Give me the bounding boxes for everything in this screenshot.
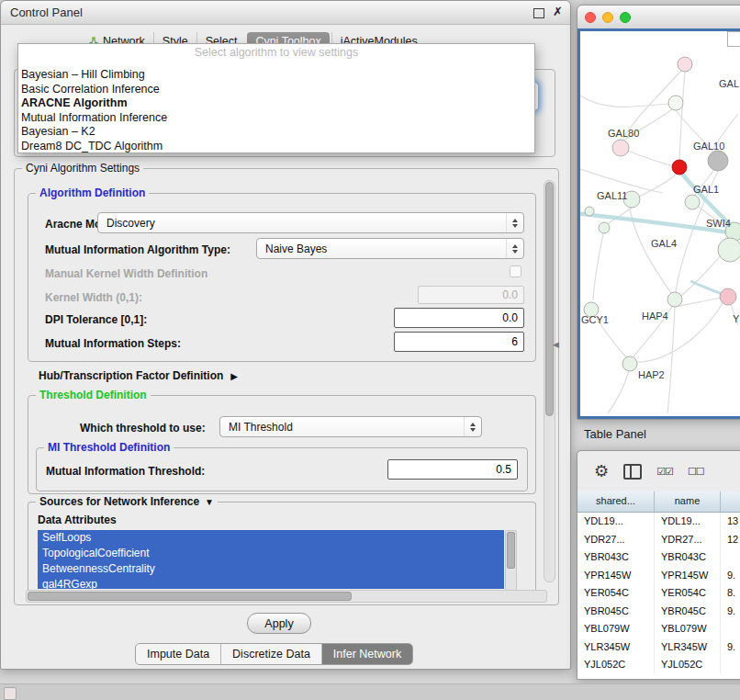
- table-row[interactable]: YBL079W YBL079W: [577, 620, 740, 638]
- window-title: Control Panel: [1, 6, 83, 19]
- network-node[interactable]: [678, 57, 692, 72]
- table-row[interactable]: YLR345W YLR345W 9.: [577, 638, 740, 657]
- zoom-traffic-light[interactable]: [620, 12, 631, 23]
- cell: 8.: [721, 584, 740, 603]
- table-row[interactable]: YJL052C YJL052C: [577, 656, 740, 674]
- mi-type-combo[interactable]: Naive Bayes: [256, 238, 524, 259]
- scrollbar-thumb[interactable]: [545, 182, 554, 416]
- mi-steps-field[interactable]: [394, 332, 524, 352]
- table-row[interactable]: YPR145W YPR145W 9.: [577, 567, 740, 585]
- attribute-item-selected[interactable]: TopologicalCoefficient: [38, 546, 504, 561]
- settings-vertical-scrollbar[interactable]: [544, 180, 555, 582]
- kernel-width-field[interactable]: [418, 286, 524, 304]
- network-node[interactable]: [585, 207, 594, 216]
- cell: 12: [721, 531, 740, 549]
- dpi-tolerance-label: DPI Tolerance [0,1]:: [45, 313, 147, 327]
- aracne-mode-combo[interactable]: Discovery: [97, 212, 524, 233]
- network-node[interactable]: [672, 160, 687, 175]
- gear-icon[interactable]: ⚙: [594, 463, 609, 480]
- node-label: HAP4: [642, 310, 668, 322]
- dropdown-option[interactable]: Mutual Information Inference: [18, 111, 534, 126]
- combo-arrows-icon: [506, 239, 523, 258]
- network-node[interactable]: [720, 288, 736, 305]
- sources-title: Sources for Network Inference: [39, 495, 199, 508]
- mi-type-label: Mutual Information Algorithm Type:: [45, 243, 230, 257]
- cell: 9.: [721, 638, 740, 657]
- node-label: GAL4: [651, 238, 677, 249]
- table-row[interactable]: YDR27... YDR27... 12: [577, 531, 740, 549]
- close-traffic-light[interactable]: [585, 12, 596, 23]
- table-toolbar: ⚙ ☑☑ ☐☐: [577, 451, 740, 492]
- scrollbar-thumb[interactable]: [507, 532, 515, 569]
- network-node[interactable]: [708, 151, 728, 171]
- close-icon[interactable]: ✗: [553, 6, 563, 18]
- mi-threshold-field[interactable]: [387, 459, 518, 480]
- network-canvas[interactable]: GAL80 GAL10 GAL11 GAL1 SWI4 GAL4 GCY1 HA…: [580, 31, 740, 413]
- table-row[interactable]: YBR043C YBR043C: [577, 548, 740, 567]
- attribute-item-selected[interactable]: gal4RGexp: [38, 577, 504, 589]
- which-threshold-label: Which threshold to use:: [80, 422, 206, 435]
- tab-infer-network[interactable]: Infer Network: [321, 644, 412, 664]
- table-row[interactable]: YBR045C YBR045C 9.: [577, 603, 740, 621]
- table-header-row: shared... name: [577, 491, 740, 513]
- column-header[interactable]: name: [655, 491, 721, 512]
- network-node[interactable]: [668, 96, 683, 110]
- network-node[interactable]: [622, 356, 637, 371]
- settings-horizontal-scrollbar[interactable]: [26, 590, 547, 603]
- network-node[interactable]: [599, 222, 610, 233]
- table-row[interactable]: YDL19... YDL19... 13: [577, 513, 740, 531]
- attribute-list-vertical-scrollbar[interactable]: [505, 530, 517, 591]
- hub-definition-label: Hub/Transcription Factor Definition: [39, 369, 223, 383]
- dropdown-option[interactable]: Bayesian – K2: [18, 125, 534, 140]
- manual-kernel-checkbox[interactable]: [510, 265, 521, 277]
- dpi-tolerance-field[interactable]: [394, 308, 524, 328]
- network-window-titlebar[interactable]: [577, 6, 740, 29]
- combo-value: MI Threshold: [229, 421, 293, 434]
- mi-threshold-label: Mutual Information Threshold:: [46, 465, 205, 479]
- network-view-window: GAL80 GAL10 GAL11 GAL1 SWI4 GAL4 GCY1 HA…: [577, 5, 740, 420]
- network-node[interactable]: [667, 292, 682, 307]
- group-title: Algorithm Definition: [36, 186, 149, 199]
- dropdown-option-selected[interactable]: ARACNE Algorithm: [18, 96, 534, 111]
- sources-expander[interactable]: Sources for Network Inference ▼: [36, 495, 218, 508]
- cell: YDL19...: [655, 513, 721, 531]
- dropdown-option[interactable]: Bayesian – Hill Climbing: [18, 68, 534, 83]
- which-threshold-combo[interactable]: MI Threshold: [219, 416, 482, 437]
- column-header[interactable]: shared...: [577, 491, 655, 512]
- network-node[interactable]: [718, 238, 740, 262]
- bottom-tab-bar: Impute Data Discretize Data Infer Networ…: [135, 643, 413, 665]
- node-label: GAL1: [693, 184, 719, 195]
- algorithm-definition-group: Algorithm Definition Aracne Mode: Discov…: [28, 193, 536, 362]
- tab-discretize-data[interactable]: Discretize Data: [220, 644, 321, 664]
- cell: [721, 620, 740, 638]
- dropdown-option[interactable]: Basic Correlation Inference: [18, 83, 534, 97]
- columns-icon[interactable]: [623, 464, 642, 480]
- node-label: GAL80: [608, 128, 639, 139]
- maximize-icon[interactable]: [533, 8, 544, 18]
- scrollbar-thumb[interactable]: [28, 592, 352, 601]
- attribute-item-selected[interactable]: BetweennessCentrality: [38, 561, 504, 577]
- tab-impute-data[interactable]: Impute Data: [136, 644, 220, 664]
- minimize-traffic-light[interactable]: [602, 12, 613, 23]
- cell: YJL052C: [577, 656, 655, 674]
- network-node[interactable]: [612, 140, 629, 156]
- unchecked-boxes-icon[interactable]: ☐☐: [688, 466, 704, 478]
- table-row[interactable]: YER054C YER054C 8.: [577, 584, 740, 603]
- control-panel-titlebar[interactable]: Control Panel ✗: [1, 1, 570, 25]
- control-panel-window: Control Panel ✗ Network Style Select Cyn…: [0, 0, 571, 670]
- network-node[interactable]: [685, 195, 700, 209]
- attribute-list: SelfLoops TopologicalCoefficient Between…: [38, 530, 504, 589]
- splitpane-collapse-icon[interactable]: ◀: [553, 340, 559, 349]
- checked-boxes-icon[interactable]: ☑☑: [656, 466, 673, 478]
- desktop-bottom-strip: [0, 683, 740, 700]
- attribute-item-selected[interactable]: SelfLoops: [38, 530, 504, 546]
- cell: YLR345W: [655, 638, 721, 657]
- hub-definition-expander[interactable]: Hub/Transcription Factor Definition ▶: [39, 369, 238, 383]
- cell: YBR045C: [577, 603, 655, 621]
- apply-button[interactable]: Apply: [247, 613, 311, 634]
- desktop-corner-icon[interactable]: [4, 687, 17, 700]
- canvas-scrollbar-corner[interactable]: [727, 31, 740, 47]
- dropdown-option[interactable]: Dream8 DC_TDC Algorithm: [18, 140, 534, 154]
- cell: 9.: [721, 603, 740, 621]
- column-header[interactable]: [721, 491, 740, 512]
